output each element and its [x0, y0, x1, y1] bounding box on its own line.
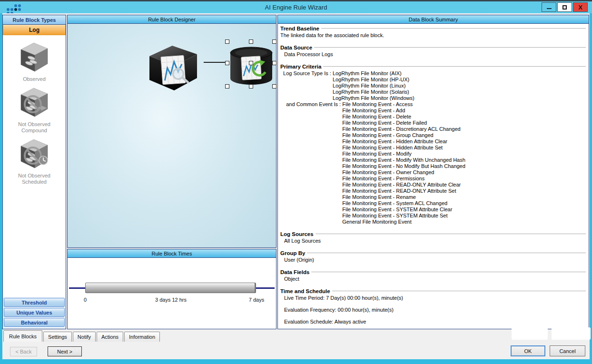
time-scale-label: 7 days: [249, 297, 264, 303]
ai-engine-rule-wizard-window: AI Engine Rule Wizard X Rule Block Types…: [0, 0, 592, 364]
selection-handle[interactable]: [249, 61, 253, 65]
section-line: Live Time Period: 7 Day(s) 00:00 hour(s)…: [280, 295, 587, 301]
criteria-value: LogRhythm File Monitor (Windows): [333, 95, 587, 101]
criteria-value: File Monitoring Event - READ-ONLY Attrib…: [342, 188, 587, 194]
selection-handle[interactable]: [272, 39, 276, 44]
selection-handle[interactable]: [225, 61, 229, 65]
section-line: User (Origin): [280, 257, 587, 263]
rule-block-types-header: Rule Block Types: [3, 15, 66, 25]
ghost-rect: [552, 327, 591, 340]
criteria-value: File Monitoring Event - Owner Changed: [342, 169, 587, 176]
title-bar[interactable]: AI Engine Rule Wizard X: [0, 1, 592, 13]
section-title: Group By: [280, 250, 587, 256]
rule-block-times-panel: Rule Block Times 03 days 12 hrs7 days: [67, 249, 276, 329]
trend-cube-block-icon[interactable]: [143, 44, 204, 94]
criteria-value: File Monitoring Event - Hidden Attribute…: [342, 145, 587, 151]
ok-button[interactable]: OK: [511, 345, 545, 356]
rule-block-types-panel: Rule Block Types Log Observed Not Observ…: [2, 15, 66, 329]
summary-section: Primary Criteria Log Source Type Is : Lo…: [280, 63, 587, 225]
section-rule-line: [323, 66, 586, 67]
rule-type-item[interactable]: Not ObservedCompound: [3, 82, 66, 134]
category-button-behavioral[interactable]: Behavioral: [4, 318, 65, 327]
rule-type-item[interactable]: Not ObservedScheduled: [3, 134, 66, 185]
not-observed-scheduled-cube-icon: [17, 138, 51, 171]
summary-section: Group ByUser (Origin): [280, 250, 587, 263]
data-block-summary-panel: Data Block Summary Trend BaselineThe lin…: [277, 15, 589, 329]
criteria-value: File Monitoring Event - Modify: [342, 151, 587, 157]
designer-canvas[interactable]: [68, 24, 276, 247]
tab-actions[interactable]: Actions: [97, 332, 123, 342]
criteria-value: File Monitoring Event - SYSTEM Attribute…: [342, 207, 587, 213]
criteria-value: LogRhythm File Monitor (Solaris): [333, 89, 587, 95]
close-icon[interactable]: X: [573, 2, 588, 12]
section-title-text: Group By: [280, 250, 305, 256]
selection-handle[interactable]: [272, 61, 276, 65]
section-title: Trend Baseline: [280, 25, 587, 32]
tab-settings[interactable]: Settings: [43, 332, 72, 342]
category-button-unique-values[interactable]: Unique Values: [4, 308, 65, 317]
time-scale-label: 0: [84, 297, 87, 303]
section-title: Log Sources: [280, 231, 587, 237]
rule-type-label: Not ObservedScheduled: [18, 173, 50, 185]
criteria-group: Log Source Type Is : LogRhythm File Moni…: [280, 70, 587, 101]
maximize-icon[interactable]: [557, 2, 572, 12]
section-title-text: Primary Criteria: [280, 63, 321, 70]
criteria-value: LogRhythm File Monitor (Linux): [333, 83, 587, 89]
section-title: Time and Schedule: [280, 288, 587, 295]
rule-block-times-header: Rule Block Times: [68, 249, 276, 258]
criteria-value: File Monitoring Event - READ-ONLY Attrib…: [342, 182, 587, 188]
rule-block-designer-panel: Rule Block Designer: [67, 15, 276, 248]
rule-type-item[interactable]: Observed: [3, 37, 66, 82]
not-observed-compound-cube-icon: [17, 86, 51, 119]
criteria-value: LogRhythm File Monitor (HP-UX): [333, 77, 587, 83]
tab-notify[interactable]: Notify: [73, 332, 96, 342]
log-category-button[interactable]: Log: [3, 25, 66, 35]
criteria-value: File Monitoring Event - Access: [342, 101, 587, 108]
back-button[interactable]: < Back: [10, 347, 37, 356]
section-line: The linked data for the associated rule …: [280, 32, 587, 39]
selection-handle[interactable]: [272, 84, 276, 89]
section-rule-line: [311, 272, 586, 273]
summary-section: Trend BaselineThe linked data for the as…: [280, 25, 587, 39]
category-button-threshold[interactable]: Threshold: [4, 298, 65, 307]
section-title: Data Source: [280, 44, 587, 51]
section-rule-line: [321, 28, 586, 29]
section-line: All Log Sources: [280, 238, 587, 244]
rule-block-designer-header: Rule Block Designer: [68, 15, 276, 24]
section-title-text: Trend Baseline: [280, 25, 319, 32]
cancel-button[interactable]: Cancel: [550, 345, 585, 356]
criteria-value: File Monitoring Event - No Modify But Ha…: [342, 163, 587, 169]
section-title: Data Fields: [280, 269, 587, 275]
window-title: AI Engine Rule Wizard: [0, 4, 592, 11]
dialog-content: Rule Block Types Log Observed Not Observ…: [2, 13, 590, 359]
section-rule-line: [307, 253, 586, 254]
criteria-label: Log Source Type Is :: [280, 70, 333, 101]
selection-handle[interactable]: [225, 84, 229, 89]
tab-rule-blocks[interactable]: Rule Blocks: [3, 330, 42, 342]
time-range-slider[interactable]: [85, 283, 256, 293]
window-controls: X: [541, 2, 588, 12]
baseline-cylinder-block-icon[interactable]: [228, 46, 274, 89]
criteria-value: File Monitoring Event - Permissions: [342, 176, 587, 182]
section-title-text: Data Source: [280, 44, 312, 51]
criteria-value: General File Monitoring Event: [342, 219, 587, 225]
section-title-text: Log Sources: [280, 231, 314, 237]
selection-handle[interactable]: [249, 84, 253, 89]
criteria-value: File Monitoring Event - SYSTEM Attribute…: [342, 213, 587, 219]
summary-section: Data FieldsObject: [280, 269, 587, 282]
data-block-summary-body: Trend BaselineThe linked data for the as…: [278, 24, 589, 329]
minimize-icon[interactable]: [542, 2, 556, 12]
criteria-value: File Monitoring Event - Group Changed: [342, 132, 587, 138]
summary-section: Data SourceData Processor Logs: [280, 44, 587, 58]
criteria-group: and Common Event Is : File Monitoring Ev…: [280, 101, 587, 225]
section-title-text: Data Fields: [280, 269, 309, 275]
criteria-value: File Monitoring Event - Rename: [342, 194, 587, 200]
selection-handle[interactable]: [249, 39, 253, 44]
tab-information[interactable]: Information: [124, 332, 160, 342]
section-rule-line: [332, 291, 586, 292]
section-rule-line: [316, 234, 586, 235]
selection-handle[interactable]: [225, 39, 229, 44]
next-button[interactable]: Next >: [48, 346, 82, 356]
criteria-values: File Monitoring Event - AccessFile Monit…: [342, 101, 587, 225]
block-connector-line: [204, 62, 226, 63]
